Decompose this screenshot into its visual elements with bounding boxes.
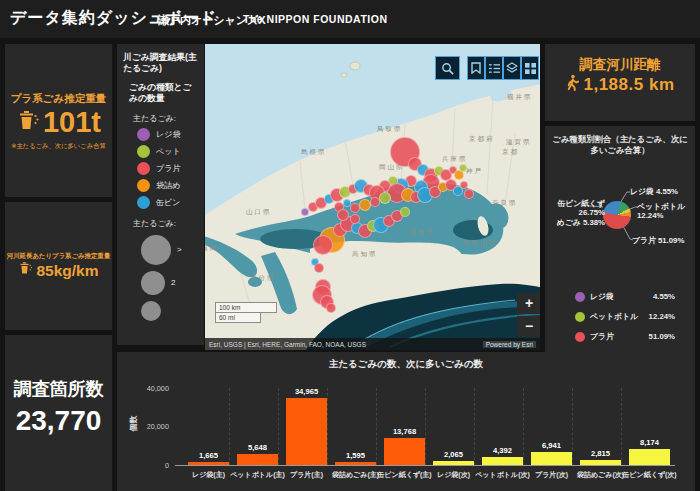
- pie-legend: レジ袋4.55%ペットボトル12.24%プラ片51.09%袋詰めごみ5.38%: [575, 282, 675, 352]
- kpi-plastic-weight-note: ※主たるごみ、次に多いごみ合算: [5, 142, 112, 151]
- legend-size-item: >: [141, 235, 204, 265]
- legend-item: ペット: [137, 145, 204, 158]
- map-place-label: 和歌山県: [463, 239, 497, 248]
- map-data-bubble[interactable]: [379, 192, 391, 204]
- pie-callout-petbottle: ペットボトル 12.24%: [637, 202, 685, 221]
- map-search-button[interactable]: [435, 56, 460, 80]
- bar-value-label: 8,174: [619, 438, 680, 447]
- map-legend-title: 川ごみ調査結果(主たるごみ): [123, 52, 198, 74]
- bar-next[interactable]: [433, 461, 474, 465]
- pie-legend-pct: 51.09%: [649, 332, 675, 341]
- pie-callout-rejibukuro: レジ袋 4.55%: [630, 187, 678, 196]
- map-legend-subtitle: ごみの種類とごみの数量: [129, 82, 198, 104]
- bar-next[interactable]: [482, 457, 523, 465]
- bar-gridline: [229, 388, 230, 465]
- pie-chart[interactable]: [603, 201, 631, 229]
- pie-legend-dot: [575, 332, 585, 342]
- zoom-out-button[interactable]: −: [517, 316, 540, 337]
- map-place-label: 鳥取県: [377, 125, 403, 134]
- legend-item-label: ペット: [156, 146, 181, 157]
- ytick-40000: 40,000: [133, 384, 169, 393]
- header-bar: データ集約ダッシュボード 瀬戸内オーシャンズX The NIPPON FOUND…: [0, 0, 700, 38]
- map-place-label: 徳島県: [409, 228, 435, 237]
- map-legend-type-header: 主たるごみ:: [133, 113, 198, 124]
- map-data-bubble[interactable]: [313, 235, 333, 255]
- kpi-distance-title: 調査河川距離: [545, 56, 695, 74]
- bar-main[interactable]: [286, 398, 327, 465]
- pie-callout-purahen: プラ片 51.09%: [632, 236, 684, 245]
- bar-main[interactable]: [335, 462, 376, 465]
- map-data-bubble[interactable]: [343, 199, 351, 207]
- dashboard: データ集約ダッシュボード 瀬戸内オーシャンズX The NIPPON FOUND…: [0, 0, 700, 491]
- map-place-label: 奈良県: [492, 199, 518, 208]
- pie-legend-label: プラ片: [590, 331, 649, 342]
- map-data-bubble[interactable]: [370, 197, 380, 207]
- map-place-label: 大分県: [250, 274, 276, 283]
- map-data-bubble[interactable]: [400, 207, 410, 217]
- map-basemap-button[interactable]: [521, 56, 539, 80]
- ytick-20000: 20,000: [133, 422, 169, 431]
- kpi-plastic-weight-panel: プラ系ごみ推定重量 101t ※主たるごみ、次に多いごみ合算: [5, 44, 112, 197]
- legend-size-circle: [141, 235, 171, 265]
- legend-color-dot: [137, 128, 150, 141]
- legend-size-item: [141, 301, 204, 321]
- legend-item-label: 袋詰め: [156, 180, 180, 191]
- legend-color-dot: [137, 162, 150, 175]
- pie-legend-pct: 12.24%: [649, 312, 675, 321]
- kpi-sites-title: 調査箇所数: [5, 377, 112, 401]
- zoom-in-button[interactable]: +: [517, 293, 540, 314]
- bar-next[interactable]: [580, 460, 621, 465]
- map-legend-panel: 川ごみ調査結果(主たるごみ) ごみの種類とごみの数量 主たるごみ: レジ袋ペット…: [117, 44, 204, 345]
- legend-color-dot: [137, 179, 150, 192]
- pie-chart-panel: ごみ種類別割合（主たるごみ、次に多いごみ合算） 缶ビン紙くず 26.75% めご…: [545, 126, 695, 352]
- scale-km: 100 km: [215, 302, 277, 313]
- map-place-label: 福岡: [205, 244, 218, 253]
- legend-size-label: 2: [171, 278, 175, 287]
- ytick-0: 0: [133, 461, 169, 470]
- bar-next[interactable]: [531, 452, 572, 465]
- kpi-distance-panel: 調査河川距離 1,188.5 km: [545, 44, 695, 121]
- map-bookmark-button[interactable]: [467, 56, 485, 80]
- map-layers-button[interactable]: [503, 56, 521, 80]
- legend-size-label: >: [177, 245, 182, 254]
- map-place-label: 滋賀県: [506, 138, 532, 147]
- powered-by-esri[interactable]: Powered by Esri: [483, 341, 536, 348]
- map-data-bubble[interactable]: [459, 164, 467, 172]
- bar-chart-panel: 主たるごみの数、次に多いごみの数 個数 40,000 20,000 0 1,66…: [117, 352, 695, 491]
- map-data-bubble[interactable]: [314, 263, 324, 273]
- bar-main[interactable]: [384, 438, 425, 465]
- map-place-label: 京都: [502, 148, 519, 157]
- bar-chart-baseline: [175, 465, 675, 466]
- bar-main[interactable]: [237, 454, 278, 465]
- kpi-distance-value: 1,188.5 km: [583, 75, 674, 95]
- map-place-label: 高知県: [352, 250, 378, 259]
- map-data-bubble[interactable]: [350, 203, 360, 213]
- map-canvas[interactable]: 島根県鳥取県岡山県兵庫県京都府滋賀県京都福井県神戸山口県福岡大分県高知県徳島県奈…: [205, 44, 540, 350]
- bar-gridline: [278, 388, 279, 465]
- map-legend-sizes: >2: [117, 235, 204, 321]
- org-logo-text: The NIPPON FOUNDATION: [243, 13, 387, 25]
- legend-item-label: 缶ビン: [156, 197, 180, 208]
- map-place-label: 島根県: [301, 148, 327, 157]
- map-data-bubble[interactable]: [350, 214, 360, 224]
- bar-next[interactable]: [629, 449, 670, 465]
- map-legend-size-header: 主たるごみ:: [133, 218, 198, 229]
- trash-icon: [18, 261, 33, 280]
- legend-item-label: レジ袋: [156, 129, 180, 140]
- pie-legend-row: ペットボトル12.24%: [575, 311, 675, 322]
- walking-person-icon: [565, 74, 580, 95]
- kpi-plastic-weight-value: 101t: [43, 106, 101, 139]
- pie-legend-row: プラ片51.09%: [575, 331, 675, 342]
- map-data-bubble[interactable]: [326, 303, 336, 313]
- map-place-label: 山口県: [246, 208, 272, 217]
- bar-main[interactable]: [188, 462, 229, 465]
- pie-legend-pct: 4.55%: [653, 292, 675, 301]
- pie-legend-label: レジ袋: [590, 291, 653, 302]
- map-data-bubble[interactable]: [337, 209, 349, 221]
- map-legend-button[interactable]: [485, 56, 503, 80]
- map-place-label: 神戸: [466, 167, 483, 176]
- map-data-bubble[interactable]: [359, 199, 371, 211]
- pie-legend-row: レジ袋4.55%: [575, 291, 675, 302]
- map-data-bubble[interactable]: [464, 189, 474, 199]
- map-data-bubble[interactable]: [460, 181, 468, 189]
